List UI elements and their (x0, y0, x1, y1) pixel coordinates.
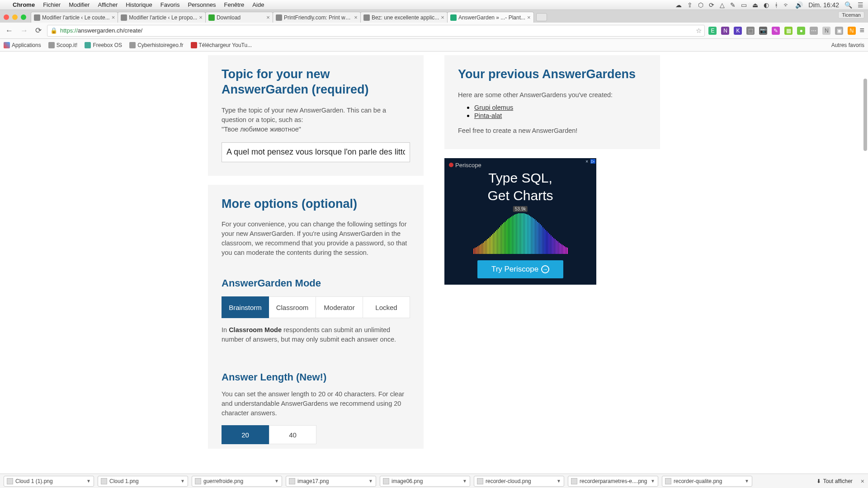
ext-icon[interactable]: 📷 (759, 27, 767, 35)
menu-aide[interactable]: Aide (252, 1, 264, 8)
chevron-down-icon[interactable]: ▼ (180, 479, 185, 483)
length-40[interactable]: 40 (269, 425, 316, 444)
bookmark-apps[interactable]: Applications (4, 42, 41, 48)
chevron-down-icon[interactable]: ▼ (368, 479, 373, 483)
ext-icon[interactable]: ⬚ (746, 27, 755, 35)
app-name[interactable]: Chrome (13, 1, 35, 8)
maximize-window-button[interactable] (21, 14, 26, 20)
cloud-icon[interactable]: ☁ (675, 1, 682, 9)
minimize-window-button[interactable] (12, 14, 18, 20)
notifications-icon[interactable]: ☰ (858, 1, 863, 9)
download-item[interactable]: image06.png▼ (380, 476, 470, 487)
close-tab-icon[interactable]: × (199, 14, 203, 21)
tab-3[interactable]: PrintFriendly.com: Print we...× (273, 12, 361, 23)
reload-button[interactable]: ⟳ (33, 25, 43, 36)
wifi-icon[interactable]: ᯤ (783, 1, 790, 9)
download-item[interactable]: guerrefroide.png▼ (192, 476, 282, 487)
chrome-menu-icon[interactable]: ≡ (859, 26, 864, 35)
chevron-down-icon[interactable]: ▼ (462, 479, 467, 483)
drive-icon[interactable]: △ (720, 1, 725, 9)
mode-locked[interactable]: Locked (363, 296, 410, 318)
tab-1[interactable]: Modifier l'article ‹ Le propo...× (118, 12, 206, 23)
bookmark-item[interactable]: Freebox OS (85, 42, 122, 48)
ad-cta-button[interactable]: Try Periscope→ (477, 260, 563, 278)
chevron-down-icon[interactable]: ▼ (274, 479, 279, 483)
evernote-icon[interactable]: ✎ (730, 1, 736, 9)
bookmark-item[interactable]: Scoop.it! (48, 42, 78, 48)
back-button[interactable]: ← (4, 25, 15, 36)
close-tab-icon[interactable]: × (266, 14, 270, 21)
display-icon[interactable]: ▭ (741, 1, 747, 9)
ext-icon[interactable]: ⋯ (810, 27, 818, 35)
chevron-down-icon[interactable]: ▼ (86, 479, 91, 483)
ext-icon[interactable]: ● (797, 27, 805, 35)
other-bookmarks[interactable]: Autres favoris (830, 42, 864, 48)
menu-personnes[interactable]: Personnes (188, 1, 216, 8)
download-item[interactable]: Cloud 1.png▼ (98, 476, 188, 487)
bookmark-star-icon[interactable]: ☆ (696, 27, 702, 35)
download-item[interactable]: recorderparametres-e....png▼ (568, 476, 658, 487)
ad-banner[interactable]: Periscope × ▷ Type SQL,Get Charts 53.9k … (444, 158, 596, 285)
volume-icon[interactable]: 🔊 (795, 1, 803, 9)
ext-icon[interactable]: ✎ (772, 27, 780, 35)
previous-link[interactable]: Grupi olemus (474, 104, 513, 111)
ext-icon[interactable]: N (721, 27, 729, 35)
forward-button[interactable]: → (19, 25, 30, 36)
address-bar[interactable]: 🔒 https://answergarden.ch/create/ ☆ (47, 25, 705, 37)
previous-link[interactable]: Pinta-alat (474, 112, 502, 119)
ext-icon[interactable]: ℕ (848, 27, 856, 35)
chevron-down-icon[interactable]: ▼ (557, 479, 561, 483)
download-item[interactable]: image17.png▼ (286, 476, 376, 487)
tab-0[interactable]: Modifier l'article ‹ Le coute...× (31, 12, 118, 23)
download-item[interactable]: recorder-cloud.png▼ (474, 476, 564, 487)
profile-badge[interactable]: Ticeman (838, 11, 864, 19)
scrollbar[interactable] (863, 79, 867, 151)
close-tab-icon[interactable]: × (112, 14, 115, 21)
menu-afficher[interactable]: Afficher (98, 1, 118, 8)
menu-fichier[interactable]: Fichier (43, 1, 61, 8)
sync-icon[interactable]: ⟳ (709, 1, 714, 9)
menu-fenetre[interactable]: Fenêtre (224, 1, 245, 8)
tab-5[interactable]: AnswerGarden » ...- Plant...× (447, 12, 534, 23)
bookmark-item[interactable]: Téléchargeur YouTu... (191, 42, 252, 48)
bluetooth-icon[interactable]: ᚼ (774, 1, 778, 9)
ext-icon[interactable]: ▦ (784, 27, 793, 35)
ad-chart: 53.9k (455, 209, 585, 254)
chevron-down-icon[interactable]: ▼ (651, 479, 655, 483)
show-all-downloads[interactable]: ⬇Tout afficher (816, 478, 853, 484)
eject-icon[interactable]: ⏏ (752, 1, 758, 9)
chevron-down-icon[interactable]: ▼ (745, 479, 749, 483)
download-item[interactable]: recorder-qualite.png▼ (662, 476, 752, 487)
close-tab-icon[interactable]: × (354, 14, 358, 21)
menu-historique[interactable]: Historique (126, 1, 152, 8)
ext-icon[interactable]: E (708, 27, 717, 35)
bookmarks-bar: Applications Scoop.it! Freebox OS Cyberh… (0, 39, 868, 52)
mode-moderator[interactable]: Moderator (316, 296, 363, 318)
tab-2[interactable]: Download× (205, 12, 273, 23)
ext-icon[interactable]: K (734, 27, 742, 35)
menu-favoris[interactable]: Favoris (160, 1, 180, 8)
ext-icon[interactable]: ▣ (835, 27, 843, 35)
length-20[interactable]: 20 (222, 425, 269, 444)
dropbox-icon[interactable]: ⬡ (698, 1, 703, 9)
topic-input[interactable] (222, 142, 410, 162)
bookmark-item[interactable]: Cyberhistoiregeo.fr (129, 42, 183, 48)
new-tab-button[interactable] (536, 13, 547, 21)
adchoices-icon[interactable]: ▷ (590, 159, 595, 164)
close-tab-icon[interactable]: × (527, 14, 531, 21)
tab-4[interactable]: Bez: une excellente applic...× (360, 12, 448, 23)
timemachine-icon[interactable]: ◐ (764, 1, 769, 9)
menu-modifier[interactable]: Modifier (69, 1, 90, 8)
download-item[interactable]: Cloud 1 (1).png▼ (4, 476, 94, 487)
file-icon (289, 478, 295, 484)
mode-brainstorm[interactable]: Brainstorm (222, 296, 269, 318)
mode-classroom[interactable]: Classroom (269, 296, 316, 318)
close-tab-icon[interactable]: × (441, 14, 444, 21)
close-window-button[interactable] (4, 14, 9, 20)
ad-close-icon[interactable]: × (585, 159, 588, 164)
spotlight-icon[interactable]: 🔍 (844, 1, 852, 9)
close-downloads-bar-icon[interactable]: × (861, 478, 864, 485)
tray-icon[interactable]: ⇪ (687, 1, 693, 9)
ext-icon[interactable]: N (822, 27, 830, 35)
clock[interactable]: Dim. 16:42 (808, 1, 839, 9)
